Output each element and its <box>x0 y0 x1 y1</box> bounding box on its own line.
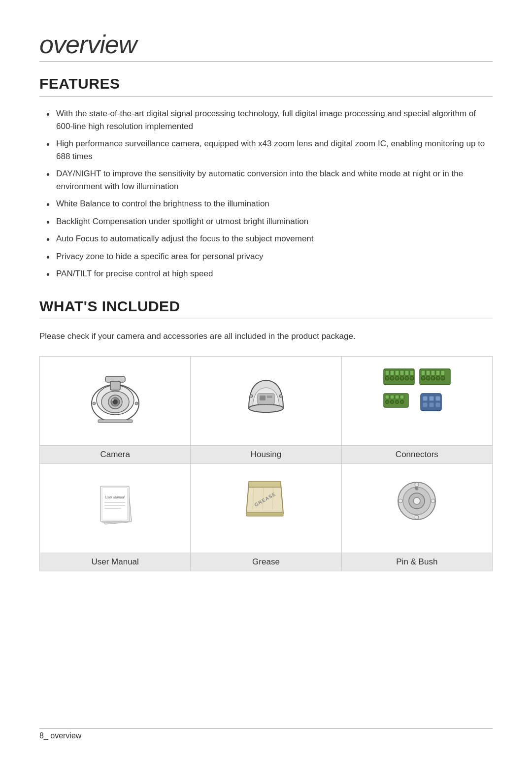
svg-point-37 <box>421 376 425 380</box>
svg-point-8 <box>112 399 114 401</box>
svg-point-16 <box>250 395 253 397</box>
features-heading: FEATURES <box>39 75 493 92</box>
svg-rect-3 <box>110 381 120 390</box>
svg-point-12 <box>249 404 283 412</box>
feature-item-5: Backlight Compensation under spotlight o… <box>44 215 493 228</box>
svg-rect-19 <box>385 370 389 375</box>
user-manual-cell: User Manual User Manual <box>40 464 191 571</box>
svg-point-25 <box>385 376 389 380</box>
svg-point-29 <box>405 376 409 380</box>
feature-item-3: DAY/NIGHT to improve the sensitivity by … <box>44 167 493 193</box>
feature-item-1: With the state-of-the-art digital signal… <box>44 107 493 132</box>
svg-point-9 <box>93 402 96 405</box>
svg-point-26 <box>390 376 394 380</box>
page-title: overview <box>39 30 493 59</box>
pin-bush-icon <box>390 474 444 528</box>
svg-point-39 <box>431 376 435 380</box>
whats-included-heading: WHAT'S INCLUDED <box>39 298 493 315</box>
svg-rect-60 <box>100 486 129 522</box>
svg-rect-46 <box>400 395 404 399</box>
svg-rect-15 <box>267 396 272 398</box>
header-divider <box>39 61 493 62</box>
overview-header: overview <box>39 30 493 62</box>
svg-point-17 <box>279 395 282 397</box>
connectors-cell: Connectors <box>341 357 492 464</box>
camera-label: Camera <box>40 445 190 463</box>
svg-rect-34 <box>431 370 435 375</box>
svg-point-28 <box>400 376 404 380</box>
camera-image <box>40 357 190 445</box>
svg-point-77 <box>415 483 419 487</box>
svg-rect-32 <box>421 370 425 375</box>
svg-rect-43 <box>385 395 389 399</box>
connectors-image <box>342 357 492 445</box>
footer-divider <box>39 728 493 728</box>
svg-rect-36 <box>441 370 445 375</box>
camera-cell: Camera <box>40 357 191 464</box>
feature-item-7: Privacy zone to hide a specific area for… <box>44 250 493 263</box>
product-grid: Camera <box>39 356 493 571</box>
features-divider <box>39 96 493 97</box>
feature-item-4: White Balance to control the brightness … <box>44 198 493 210</box>
housing-image <box>191 357 341 445</box>
svg-rect-22 <box>400 370 404 375</box>
svg-point-47 <box>385 400 389 404</box>
user-manual-image: User Manual <box>40 464 190 553</box>
camera-icon <box>83 366 147 430</box>
svg-rect-23 <box>405 370 409 375</box>
product-row-2: User Manual User Manual <box>40 464 493 571</box>
page-content: overview FEATURES With the state-of-the-… <box>0 0 532 630</box>
svg-rect-52 <box>423 396 428 401</box>
svg-point-49 <box>395 400 399 404</box>
svg-point-40 <box>436 376 440 380</box>
whats-included-section: WHAT'S INCLUDED Please check if your cam… <box>39 298 493 572</box>
svg-point-30 <box>410 376 414 380</box>
svg-rect-45 <box>395 395 399 399</box>
svg-rect-14 <box>260 396 266 400</box>
housing-icon <box>234 366 298 430</box>
feature-item-8: PAN/TILT for precise control at high spe… <box>44 267 493 280</box>
included-intro: Please check if your camera and accessor… <box>39 330 493 343</box>
grease-cell: GREASE Grease <box>191 464 341 571</box>
svg-point-48 <box>390 400 394 404</box>
pin-bush-label: Pin & Bush <box>342 553 492 571</box>
pin-bush-image <box>342 464 492 553</box>
svg-point-80 <box>431 499 435 503</box>
svg-point-50 <box>400 400 403 404</box>
product-row-1: Camera <box>40 357 493 464</box>
pin-bush-cell: Pin & Bush <box>341 464 492 571</box>
svg-rect-21 <box>395 370 399 375</box>
user-manual-label: User Manual <box>40 553 190 571</box>
whats-included-divider <box>39 319 493 319</box>
svg-point-38 <box>426 376 430 380</box>
svg-rect-20 <box>390 370 394 375</box>
housing-cell: Housing <box>191 357 341 464</box>
svg-rect-54 <box>435 396 440 401</box>
svg-rect-44 <box>390 395 394 399</box>
svg-rect-24 <box>410 370 414 375</box>
svg-rect-35 <box>436 370 440 375</box>
svg-point-78 <box>415 515 419 519</box>
footer-page-number: 8_ overview <box>39 731 81 740</box>
svg-rect-11 <box>98 420 133 423</box>
features-section: FEATURES With the state-of-the-art digit… <box>39 75 493 280</box>
svg-point-76 <box>413 497 420 504</box>
user-manual-icon: User Manual <box>86 474 145 533</box>
grease-icon: GREASE <box>239 474 293 528</box>
connectors-label: Connectors <box>342 445 492 463</box>
feature-item-6: Auto Focus to automatically adjust the f… <box>44 232 493 245</box>
svg-point-41 <box>441 376 445 380</box>
page-footer: 8_ overview <box>39 728 493 740</box>
svg-rect-33 <box>426 370 430 375</box>
svg-point-10 <box>135 402 138 405</box>
grease-image: GREASE <box>191 464 341 553</box>
feature-item-2: High performance surveillance camera, eq… <box>44 137 493 163</box>
svg-rect-55 <box>423 402 428 407</box>
housing-label: Housing <box>191 445 341 463</box>
grease-label: Grease <box>191 553 341 571</box>
connectors-icon <box>381 366 453 430</box>
svg-text:User Manual: User Manual <box>105 496 125 499</box>
svg-point-27 <box>395 376 399 380</box>
svg-rect-56 <box>429 402 434 407</box>
svg-rect-57 <box>435 402 440 407</box>
